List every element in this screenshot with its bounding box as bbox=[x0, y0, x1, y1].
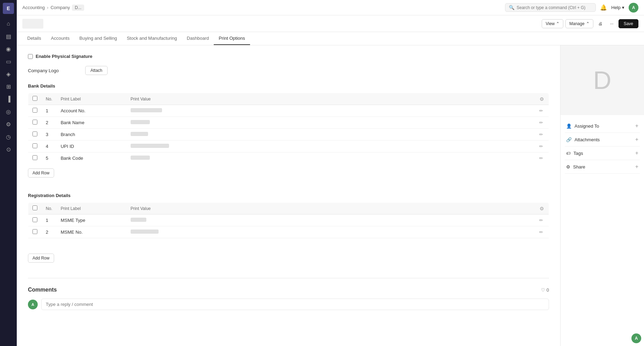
tab-dashboard[interactable]: Dashboard bbox=[182, 32, 214, 45]
row-label-bank-code: Bank Code bbox=[57, 152, 126, 164]
assigned-to-label: 👤 Assigned To bbox=[566, 123, 599, 129]
tab-details[interactable]: Details bbox=[22, 32, 46, 45]
reg-add-row-button[interactable]: Add Row bbox=[28, 254, 54, 263]
bank-details-section: Bank Details No. Print Label Print Value… bbox=[28, 83, 549, 185]
company-logo-row: Company Logo Attach bbox=[28, 66, 549, 75]
user-avatar[interactable]: A bbox=[629, 3, 638, 13]
physical-signature-checkbox[interactable] bbox=[28, 54, 33, 59]
reg-row-checkbox-1[interactable] bbox=[32, 217, 37, 222]
row-no-1: 1 bbox=[42, 105, 57, 117]
panel-floating-avatar[interactable]: A bbox=[631, 333, 641, 343]
reg-gear-icon[interactable]: ⚙ bbox=[540, 206, 544, 211]
breadcrumb-accounting[interactable]: Accounting bbox=[22, 5, 45, 10]
row-checkbox-4[interactable] bbox=[32, 143, 37, 148]
manage-button[interactable]: Manage ⌃ bbox=[565, 19, 593, 28]
bank-header-print-value: Print Value bbox=[126, 93, 535, 105]
comments-title: Comments bbox=[28, 287, 57, 293]
reg-empty-row bbox=[28, 238, 549, 249]
reg-row-edit-icon-1[interactable]: ✏ bbox=[539, 218, 543, 223]
share-item[interactable]: ⚙ Share + bbox=[565, 160, 640, 174]
view-label: View bbox=[546, 21, 555, 26]
company-logo-placeholder bbox=[22, 19, 43, 29]
assigned-to-icon: 👤 bbox=[566, 123, 572, 129]
view-button[interactable]: View ⌃ bbox=[542, 19, 563, 28]
row-edit-icon-1[interactable]: ✏ bbox=[539, 108, 543, 113]
reg-row-checkbox-2[interactable] bbox=[32, 229, 37, 234]
reg-select-all-checkbox[interactable] bbox=[32, 205, 37, 210]
sidebar-item-cart[interactable]: ⊞ bbox=[3, 81, 14, 92]
row-edit-icon-4[interactable]: ✏ bbox=[539, 144, 543, 149]
row-edit-icon-5[interactable]: ✏ bbox=[539, 156, 543, 161]
notification-bell-icon[interactable]: 🔔 bbox=[600, 4, 607, 11]
tab-print-options[interactable]: Print Options bbox=[214, 32, 250, 45]
row-checkbox-3[interactable] bbox=[32, 131, 37, 136]
sidebar-item-box[interactable]: ◈ bbox=[3, 68, 14, 80]
assigned-to-text: Assigned To bbox=[575, 123, 599, 129]
sidebar-item-globe[interactable]: ◎ bbox=[3, 106, 14, 117]
main-area: Accounting › Company D... 🔍 🔔 Help ▾ A V… bbox=[17, 0, 644, 346]
tags-add-icon[interactable]: + bbox=[635, 150, 638, 156]
sidebar-item-tools[interactable]: ⚙ bbox=[3, 119, 14, 130]
row-checkbox-2[interactable] bbox=[32, 120, 37, 125]
bank-table-header-row: No. Print Label Print Value ⚙ bbox=[28, 93, 549, 105]
help-button[interactable]: Help ▾ bbox=[611, 5, 624, 10]
bank-gear-icon[interactable]: ⚙ bbox=[540, 96, 544, 102]
comment-avatar: A bbox=[28, 300, 38, 309]
tags-item[interactable]: 🏷 Tags + bbox=[565, 146, 640, 160]
tags-text: Tags bbox=[573, 151, 583, 156]
row-value-bank-name bbox=[131, 120, 150, 124]
search-icon: 🔍 bbox=[509, 5, 514, 10]
attach-button[interactable]: Attach bbox=[85, 66, 108, 75]
sidebar-item-people[interactable]: ⊙ bbox=[3, 144, 14, 155]
attachments-add-icon[interactable]: + bbox=[635, 136, 638, 143]
share-add-icon[interactable]: + bbox=[635, 164, 638, 170]
tab-accounts[interactable]: Accounts bbox=[46, 32, 74, 45]
sidebar-logo[interactable]: E bbox=[3, 3, 14, 14]
share-text: Share bbox=[573, 164, 585, 170]
right-panel: D 👤 Assigned To + 🔗 Attachments + bbox=[560, 45, 644, 346]
row-checkbox-1[interactable] bbox=[32, 108, 37, 113]
sidebar-item-card[interactable]: ▭ bbox=[3, 56, 14, 67]
row-value-bank-code bbox=[131, 156, 150, 160]
toolbar: View ⌃ Manage ⌃ 🖨 ··· Save bbox=[17, 15, 644, 32]
reg-row-value-msme-no bbox=[131, 230, 159, 234]
physical-signature-label[interactable]: Enable Physical Signature bbox=[36, 54, 93, 59]
bank-add-row-button[interactable]: Add Row bbox=[28, 168, 54, 178]
row-label-account-no: Account No. bbox=[57, 105, 126, 117]
sidebar-item-home[interactable]: ⌂ bbox=[3, 18, 14, 29]
save-button[interactable]: Save bbox=[619, 19, 638, 28]
more-options-button[interactable]: ··· bbox=[607, 20, 616, 28]
assigned-to-item[interactable]: 👤 Assigned To + bbox=[565, 119, 640, 133]
row-edit-icon-3[interactable]: ✏ bbox=[539, 132, 543, 137]
comment-input[interactable] bbox=[41, 299, 549, 310]
manage-label: Manage bbox=[569, 21, 584, 26]
sidebar-item-barchart[interactable]: ▐ bbox=[3, 93, 14, 105]
table-row: 3 Branch ✏ bbox=[28, 129, 549, 141]
registration-details-section: Registration Details No. Print Label Pri… bbox=[28, 193, 549, 270]
bank-header-no: No. bbox=[42, 93, 57, 105]
breadcrumb-company[interactable]: Company bbox=[51, 5, 70, 10]
row-edit-icon-2[interactable]: ✏ bbox=[539, 120, 543, 125]
bank-select-all-checkbox[interactable] bbox=[32, 96, 37, 101]
attachments-item[interactable]: 🔗 Attachments + bbox=[565, 133, 640, 146]
reg-row-edit-icon-2[interactable]: ✏ bbox=[539, 230, 543, 235]
comment-input-row: A bbox=[28, 299, 549, 310]
breadcrumb-separator: › bbox=[47, 5, 48, 10]
sidebar-item-chart[interactable]: ▤ bbox=[3, 31, 14, 42]
panel-avatar-letter: D bbox=[593, 66, 612, 95]
row-checkbox-5[interactable] bbox=[32, 155, 37, 160]
assigned-to-add-icon[interactable]: + bbox=[635, 123, 638, 129]
search-input[interactable] bbox=[517, 5, 592, 10]
registration-details-title: Registration Details bbox=[28, 193, 549, 198]
print-button[interactable]: 🖨 bbox=[595, 20, 605, 28]
sidebar-item-camera[interactable]: ◉ bbox=[3, 43, 14, 54]
reg-row-no-1: 1 bbox=[42, 215, 57, 226]
bank-header-print-label: Print Label bbox=[57, 93, 126, 105]
search-box[interactable]: 🔍 bbox=[505, 3, 596, 12]
row-value-branch bbox=[131, 132, 148, 136]
tab-buying-selling[interactable]: Buying and Selling bbox=[74, 32, 122, 45]
sidebar-item-clock[interactable]: ◷ bbox=[3, 131, 14, 142]
sidebar: E ⌂ ▤ ◉ ▭ ◈ ⊞ ▐ ◎ ⚙ ◷ ⊙ bbox=[0, 0, 17, 346]
registration-details-table: No. Print Label Print Value ⚙ 1 MSM bbox=[28, 202, 549, 249]
tab-stock-manufacturing[interactable]: Stock and Manufacturing bbox=[122, 32, 182, 45]
